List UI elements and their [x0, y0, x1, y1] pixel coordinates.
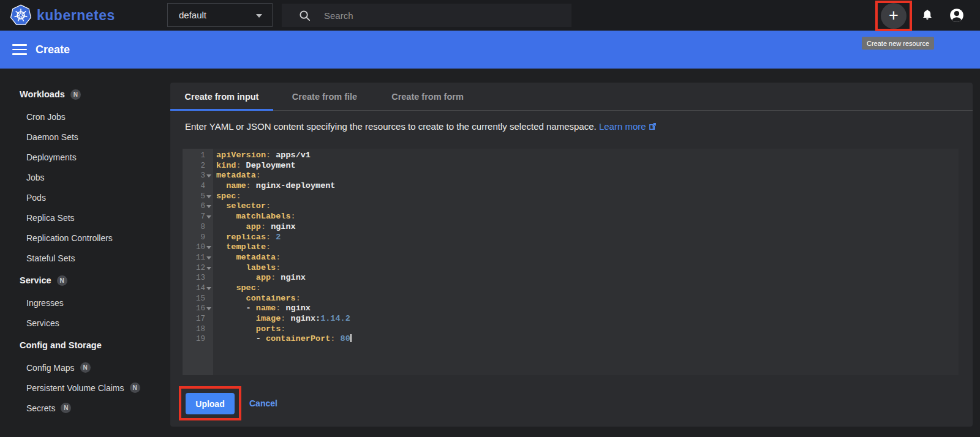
code-token-key: spec	[236, 283, 255, 293]
code-token-key: replicas	[226, 233, 266, 242]
sidebar-item-label: Cron Jobs	[26, 112, 66, 122]
code-text: matchLabels:	[213, 212, 296, 222]
learn-more-link[interactable]: Learn more	[599, 121, 657, 132]
sidebar-item-config-maps[interactable]: Config MapsN	[0, 357, 170, 378]
sidebar-section-label: Service	[20, 275, 51, 285]
code-token-punct: :	[266, 233, 271, 242]
code-line-8: 8 app: nginx	[183, 222, 959, 233]
code-text: apiVersion: apps/v1	[213, 151, 311, 161]
sidebar-item-cron-jobs[interactable]: Cron Jobs	[0, 106, 170, 127]
line-number: 10	[183, 242, 213, 253]
code-text: - name: nginx	[213, 304, 311, 314]
code-text: metadata:	[213, 171, 261, 181]
code-token-punct: :	[236, 161, 241, 170]
code-text: template:	[213, 242, 271, 253]
code-token-key: apiVersion	[216, 151, 266, 160]
tab-create-from-file[interactable]: Create from file	[273, 83, 376, 110]
fold-toggle-icon[interactable]	[206, 205, 211, 208]
fold-toggle-icon[interactable]	[206, 215, 211, 219]
sidebar-item-secrets[interactable]: SecretsN	[0, 398, 170, 418]
code-token-val	[216, 242, 226, 252]
code-token-val	[216, 324, 256, 334]
line-number: 7	[183, 212, 213, 222]
line-number: 4	[183, 181, 213, 192]
code-token-val	[216, 253, 236, 262]
line-number: 6	[183, 201, 213, 212]
code-text: - containerPort: 80	[213, 334, 352, 345]
yaml-editor[interactable]: 1apiVersion: apps/v12kind: Deployment3me…	[183, 149, 959, 375]
upload-button[interactable]: Upload	[186, 393, 235, 414]
search-input[interactable]: Search	[282, 4, 571, 27]
code-line-7: 7 matchLabels:	[183, 212, 959, 222]
code-line-12: 12 labels:	[183, 263, 959, 274]
code-token-key: matchLabels	[236, 212, 290, 221]
line-number: 2	[183, 161, 213, 171]
namespace-selector[interactable]: default	[167, 3, 273, 27]
code-token-key: selector	[226, 201, 266, 211]
line-number: 14	[183, 283, 213, 294]
sidebar-item-jobs[interactable]: Jobs	[0, 167, 170, 187]
code-token-punct: :	[276, 253, 281, 262]
sidebar-item-label: Persistent Volume Claims	[26, 383, 124, 393]
sidebar-item-replication-controllers[interactable]: Replication Controllers	[0, 228, 170, 248]
code-line-17: 17 image: nginx:1.14.2	[183, 314, 959, 324]
code-token-key: ports	[256, 324, 281, 334]
code-line-2: 2kind: Deployment	[183, 161, 959, 171]
top-bar: kubernetes default Search +	[0, 0, 980, 31]
brand-title: kubernetes	[37, 0, 115, 31]
account-circle-icon	[949, 7, 965, 23]
line-number: 17	[183, 314, 213, 324]
code-token-punct: :	[236, 192, 241, 201]
code-text: replicas: 2	[213, 233, 281, 243]
create-new-resource-button[interactable]: +	[881, 3, 907, 29]
code-token-punct: :	[256, 171, 261, 180]
fold-toggle-icon[interactable]	[206, 246, 211, 249]
code-token-val	[216, 201, 226, 211]
sidebar-section-label: Workloads	[20, 89, 65, 99]
code-token-val	[216, 273, 256, 282]
fold-toggle-icon[interactable]	[206, 174, 211, 177]
fold-toggle-icon[interactable]	[206, 287, 211, 290]
fold-toggle-icon[interactable]	[206, 307, 211, 310]
code-line-15: 15 containers:	[183, 294, 959, 304]
notifications-button[interactable]	[918, 6, 937, 25]
sidebar-item-replica-sets[interactable]: Replica Sets	[0, 207, 170, 228]
sidebar-item-persistent-volume-claims[interactable]: Persistent Volume ClaimsN	[0, 378, 170, 398]
code-token-key: kind	[216, 161, 236, 170]
code-token-key: name	[256, 304, 276, 313]
sidebar-item-pods[interactable]: Pods	[0, 187, 170, 207]
fold-toggle-icon[interactable]	[206, 195, 211, 198]
sidebar-item-label: Replica Sets	[26, 213, 75, 223]
bell-icon	[921, 9, 934, 22]
code-line-11: 11 metadata:	[183, 253, 959, 263]
code-text: metadata:	[213, 253, 281, 263]
account-button[interactable]	[947, 6, 967, 25]
sidebar-item-daemon-sets[interactable]: Daemon Sets	[0, 127, 170, 147]
code-token-punct: :	[266, 242, 271, 252]
code-line-9: 9 replicas: 2	[183, 233, 959, 243]
code-token-num: 1.14.2	[320, 314, 350, 323]
fold-toggle-icon[interactable]	[206, 267, 211, 270]
menu-button[interactable]	[12, 44, 27, 55]
sidebar-item-services[interactable]: Services	[0, 313, 170, 333]
code-token-val	[216, 294, 246, 303]
code-token-val: Deployment	[241, 161, 296, 170]
sidebar-item-deployments[interactable]: Deployments	[0, 147, 170, 167]
external-link-icon	[649, 122, 657, 132]
tab-create-from-form[interactable]: Create from form	[376, 83, 479, 110]
code-token-punct: :	[296, 294, 301, 303]
line-number: 13	[183, 273, 213, 283]
search-placeholder: Search	[324, 10, 353, 21]
sidebar-item-stateful-sets[interactable]: Stateful Sets	[0, 248, 170, 268]
tooltip-create-new-resource: Create new resource	[862, 37, 934, 50]
tab-create-from-input[interactable]: Create from input	[170, 83, 273, 110]
code-token-val: nginx-deployment	[251, 181, 336, 190]
sidebar-item-label: Config Maps	[26, 363, 75, 373]
sidebar-item-ingresses[interactable]: Ingresses	[0, 293, 170, 313]
fold-toggle-icon[interactable]	[206, 256, 211, 260]
sidebar-item-label: Services	[26, 318, 59, 328]
cancel-button[interactable]: Cancel	[249, 393, 277, 414]
code-text: app: nginx	[213, 273, 306, 283]
code-token-val	[216, 283, 236, 293]
tab-bar: Create from inputCreate from fileCreate …	[170, 83, 973, 111]
